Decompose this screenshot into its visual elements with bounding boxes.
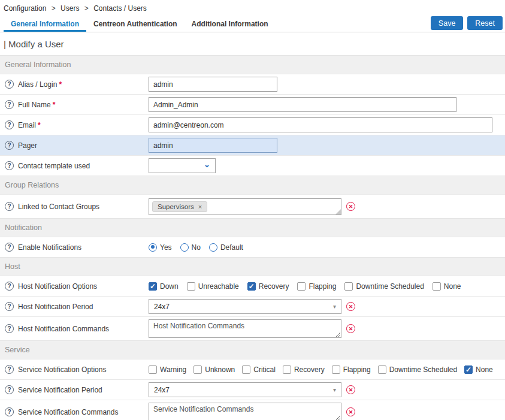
checkbox[interactable]	[242, 365, 250, 374]
help-icon[interactable]: ?	[5, 243, 14, 252]
checkbox-service-none[interactable]: None	[464, 365, 493, 374]
section-header-group-relations: Group Relations	[0, 176, 505, 194]
radio-button[interactable]	[209, 243, 217, 252]
checkbox[interactable]	[433, 282, 441, 291]
field-label: Host Notification Options	[18, 282, 97, 291]
help-icon[interactable]: ?	[5, 385, 14, 394]
help-icon[interactable]: ?	[5, 302, 14, 311]
required-marker: *	[53, 101, 56, 109]
field-row-service-notification-period: ? Service Notification Period 24x7 ▾ ✕	[0, 379, 505, 400]
checkbox-host-down[interactable]: Down	[149, 282, 179, 291]
pager-input[interactable]	[149, 138, 277, 153]
tab-additional-information[interactable]: Additional Information	[185, 16, 276, 32]
tab-general-information[interactable]: General Information	[4, 16, 86, 32]
host-notification-period-select[interactable]: 24x7 ▾	[149, 299, 341, 314]
help-icon[interactable]: ?	[5, 161, 14, 170]
checkbox[interactable]	[344, 282, 353, 291]
reset-button[interactable]: Reset	[467, 16, 503, 30]
email-input[interactable]	[149, 117, 492, 132]
tab-centreon-authentication[interactable]: Centreon Authentication	[86, 16, 185, 32]
field-row-contact-template: ? Contact template used ⌄	[0, 155, 505, 176]
help-icon[interactable]: ?	[5, 324, 14, 333]
checkbox-host-flapping[interactable]: Flapping	[297, 282, 336, 291]
field-label-text: Full Name	[18, 101, 51, 109]
checkbox-host-downtime-scheduled[interactable]: Downtime Scheduled	[344, 282, 424, 291]
checkbox[interactable]	[193, 365, 202, 374]
checkbox-label: Down	[160, 282, 179, 291]
breadcrumb-item-configuration[interactable]: Configuration	[4, 4, 46, 13]
checkbox-host-unreachable[interactable]: Unreachable	[187, 282, 239, 291]
breadcrumb-item-users[interactable]: Users	[61, 4, 79, 13]
radio-no[interactable]: No	[180, 243, 201, 252]
field-label-col: ? Enable Notifications	[5, 243, 149, 252]
checkbox-label: None	[476, 365, 493, 374]
checkbox-host-recovery[interactable]: Recovery	[247, 282, 289, 291]
radio-button[interactable]	[180, 243, 189, 252]
checkbox-label: Recovery	[294, 365, 325, 374]
radio-label: Yes	[160, 243, 172, 252]
checkbox-service-flapping[interactable]: Flapping	[332, 365, 371, 374]
radio-yes[interactable]: Yes	[149, 243, 172, 252]
radio-label: Default	[220, 243, 243, 252]
field-label-text: Linked to Contact Groups	[18, 203, 99, 211]
help-icon[interactable]: ?	[5, 407, 14, 416]
help-icon[interactable]: ?	[5, 141, 14, 150]
contact-template-select[interactable]: ⌄	[149, 158, 216, 173]
checkbox[interactable]	[187, 282, 195, 291]
checkbox[interactable]	[297, 282, 306, 291]
save-button[interactable]: Save	[431, 16, 464, 30]
service-notification-period-select[interactable]: 24x7 ▾	[149, 382, 341, 397]
clear-field-icon[interactable]: ✕	[346, 202, 355, 211]
checkbox[interactable]	[283, 365, 291, 374]
help-icon[interactable]: ?	[5, 365, 14, 374]
help-icon[interactable]: ?	[5, 202, 14, 211]
field-row-contact-groups: ? Linked to Contact Groups Supervisors ×…	[0, 194, 505, 218]
field-label-text: Email	[18, 121, 36, 129]
section-header-service: Service	[0, 340, 505, 359]
help-icon[interactable]: ?	[5, 100, 14, 109]
checkbox[interactable]	[378, 365, 386, 374]
radio-default[interactable]: Default	[209, 243, 243, 252]
checkbox[interactable]	[149, 282, 157, 291]
field-label-text: Service Notification Period	[18, 386, 102, 394]
field-row-email: ? Email*	[0, 114, 505, 135]
checkbox[interactable]	[332, 365, 340, 374]
breadcrumb-item-contacts-users[interactable]: Contacts / Users	[93, 4, 147, 13]
checkbox[interactable]	[247, 282, 256, 291]
field-label: Full Name*	[18, 101, 55, 109]
checkbox-service-warning[interactable]: Warning	[149, 365, 186, 374]
alias-login-input[interactable]	[149, 77, 277, 92]
clear-field-icon[interactable]: ✕	[346, 407, 355, 416]
required-marker: *	[59, 80, 62, 89]
resize-grip-icon[interactable]	[335, 209, 341, 214]
field-label-col: ? Linked to Contact Groups	[5, 202, 149, 211]
help-icon[interactable]: ?	[5, 282, 14, 291]
remove-tag-icon[interactable]: ×	[198, 203, 202, 210]
tag-chip-supervisors[interactable]: Supervisors ×	[152, 201, 207, 212]
checkbox-service-critical[interactable]: Critical	[242, 365, 276, 374]
field-label-text: Service Notification Options	[18, 365, 106, 374]
caret-down-icon: ▾	[333, 386, 336, 393]
host-notification-commands-input[interactable]	[149, 319, 341, 338]
help-icon[interactable]: ?	[5, 120, 14, 129]
checkbox-host-none[interactable]: None	[433, 282, 461, 291]
field-label-text: Host Notification Options	[18, 282, 97, 291]
host-options-checkbox-group: Down Unreachable Recovery Flapping Downt…	[149, 282, 461, 291]
contact-groups-input[interactable]: Supervisors ×	[149, 198, 341, 215]
field-label: Contact template used	[18, 162, 90, 170]
radio-button[interactable]	[149, 243, 157, 252]
checkbox[interactable]	[464, 365, 473, 374]
clear-field-icon[interactable]: ✕	[346, 324, 355, 333]
field-label-text: Pager	[18, 141, 37, 150]
clear-field-icon[interactable]: ✕	[346, 385, 355, 394]
help-icon[interactable]: ?	[5, 80, 14, 89]
checkbox-service-downtime-scheduled[interactable]: Downtime Scheduled	[378, 365, 457, 374]
checkbox-service-recovery[interactable]: Recovery	[283, 365, 325, 374]
field-label: Linked to Contact Groups	[18, 203, 99, 211]
checkbox-service-unknown[interactable]: Unknown	[193, 365, 235, 374]
clear-field-icon[interactable]: ✕	[346, 302, 355, 311]
full-name-input[interactable]	[149, 97, 456, 112]
field-label: Pager	[18, 141, 37, 150]
checkbox[interactable]	[149, 365, 157, 374]
service-notification-commands-input[interactable]	[149, 403, 341, 420]
